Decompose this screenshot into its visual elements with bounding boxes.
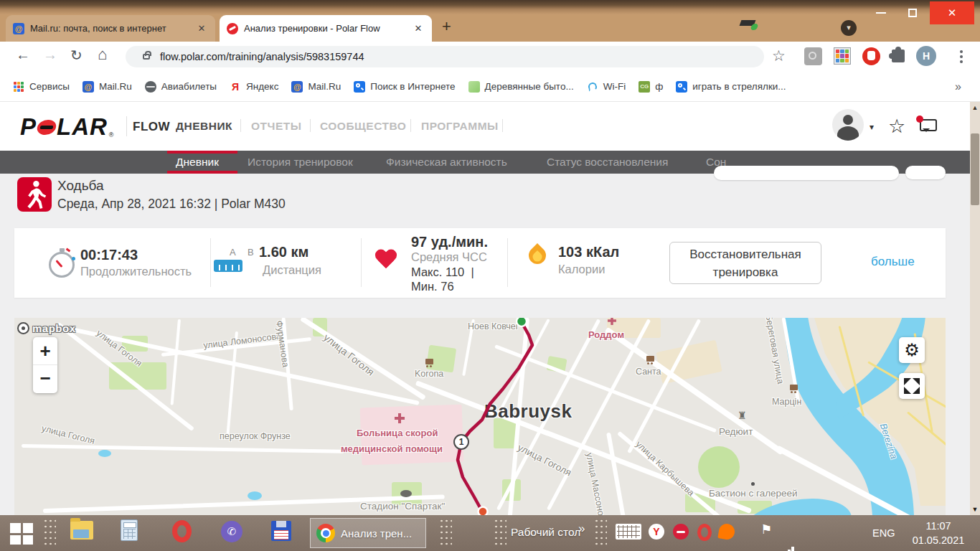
bookmark-services[interactable]: Сервисы <box>13 81 70 93</box>
point-a-label: A <box>230 247 236 258</box>
close-tab-icon[interactable]: ✕ <box>412 23 425 34</box>
training-route <box>14 318 946 515</box>
duration-label: Продолжительность <box>80 265 192 278</box>
active-task-chrome[interactable]: Анализ трен... <box>310 518 426 548</box>
touch-keyboard-icon[interactable] <box>616 524 641 540</box>
time: 11:07 <box>910 519 967 533</box>
desktop-toolbar-label[interactable]: Рабочий стол <box>511 526 580 539</box>
network-signal-icon[interactable] <box>781 545 796 551</box>
address-bar[interactable]: flow.polar.com/training/analysis/5983159… <box>126 46 764 67</box>
polar-favicon-icon <box>227 23 238 34</box>
notifications-icon[interactable] <box>920 119 937 131</box>
globe-icon <box>145 81 156 93</box>
back-icon[interactable]: ← <box>16 47 30 63</box>
search-button[interactable] <box>905 166 946 179</box>
nav-programs[interactable]: ПРОГРАММЫ <box>421 120 499 133</box>
subnav-training-history[interactable]: История тренировок <box>248 156 353 169</box>
calories-label: Калории <box>558 263 605 276</box>
subnav-diary[interactable]: Дневник <box>176 156 219 169</box>
bookmark-mailru-2[interactable]: @ Mail.Ru <box>291 81 341 93</box>
reload-icon[interactable]: ↻ <box>70 47 83 64</box>
new-tab-button[interactable]: + <box>442 17 451 36</box>
file-explorer-icon[interactable] <box>70 521 93 540</box>
page-scrollbar[interactable]: ▲ ▼ <box>970 102 980 515</box>
polar-header: P LAR ® FLOW ДНЕВНИК ОТЧЕТЫ СООБЩЕСТВО П… <box>0 102 980 151</box>
route-map[interactable]: ♜ улица Гоголя улица Ломоносова Фурманов… <box>14 318 946 515</box>
extension-icon[interactable] <box>804 47 822 65</box>
favorites-star-icon[interactable]: ☆ <box>888 115 905 138</box>
adblock-icon[interactable] <box>862 47 880 65</box>
screen: @ Mail.ru: почта, поиск в интернет ✕ Ана… <box>0 0 980 551</box>
user-avatar[interactable] <box>832 109 864 141</box>
close-window-button[interactable]: ✕ <box>930 1 974 24</box>
map-settings-button[interactable]: ⚙ <box>899 337 925 363</box>
yandex-tray-icon[interactable]: Y <box>649 524 664 540</box>
browser-menu-icon[interactable] <box>960 50 963 53</box>
calculator-icon[interactable] <box>121 519 138 541</box>
mapbox-logo[interactable]: mapbox <box>17 322 76 334</box>
summary-card: 00:17:43 Продолжительность A B 1.60 км Д… <box>14 228 946 298</box>
subnav-recovery-status[interactable]: Статус восстановления <box>547 156 668 169</box>
training-benefit-badge: Восстановительная тренировка <box>669 242 821 284</box>
bookmark-star-icon[interactable]: ☆ <box>772 47 786 65</box>
scroll-down-icon[interactable]: ▼ <box>970 506 980 513</box>
home-icon[interactable]: ⌂ <box>98 45 107 64</box>
viber-icon[interactable]: ✆ <box>221 521 242 542</box>
bookmark-cg[interactable]: CG ф <box>639 81 663 93</box>
extension-grid-icon[interactable] <box>834 47 851 65</box>
nav-reports[interactable]: ОТЧЕТЫ <box>251 120 301 133</box>
opera-icon[interactable] <box>172 520 192 542</box>
education-tray-icon[interactable] <box>740 20 756 26</box>
profile-avatar[interactable]: H <box>916 46 936 66</box>
forward-icon[interactable]: → <box>43 47 57 63</box>
date: 01.05.2021 <box>910 533 967 547</box>
scroll-up-icon[interactable]: ▲ <box>970 104 980 111</box>
zoom-in-button[interactable]: + <box>33 337 57 365</box>
extensions-puzzle-icon[interactable] <box>892 50 905 62</box>
subnav-physical-activity[interactable]: Физическая активность <box>386 156 507 169</box>
route-end-marker <box>479 507 488 516</box>
zoom-out-button[interactable]: − <box>33 365 57 391</box>
clock[interactable]: 11:07 01.05.2021 <box>910 519 967 547</box>
bookmarks-overflow-icon[interactable]: » <box>955 80 961 93</box>
maximize-button[interactable] <box>898 1 927 24</box>
flag-tray-icon[interactable]: ⚑ <box>760 522 772 537</box>
yandex-icon: Я <box>230 81 241 93</box>
calories-value: 103 кКал <box>558 244 619 260</box>
polar-logo[interactable]: P LAR ® <box>20 113 114 141</box>
bookmark-avia[interactable]: Авиабилеты <box>145 81 217 93</box>
taskbar-grip <box>439 518 452 548</box>
active-tab-indicator <box>167 151 237 154</box>
polar-tray-icon[interactable] <box>673 524 689 540</box>
search-box[interactable] <box>714 166 899 180</box>
tab-mailru[interactable]: @ Mail.ru: почта, поиск в интернет ✕ <box>6 15 215 42</box>
more-link[interactable]: больше <box>871 255 915 269</box>
km-marker: 1 <box>453 434 469 450</box>
url-text[interactable]: flow.polar.com/training/analysis/5983159… <box>160 51 364 62</box>
start-button[interactable] <box>10 523 33 545</box>
fullscreen-button[interactable] <box>899 373 925 399</box>
bookmark-mailru[interactable]: @ Mail.Ru <box>83 81 132 93</box>
bookmark-wooden[interactable]: Деревянные быто... <box>468 81 574 93</box>
scrollbar-thumb[interactable] <box>971 133 979 205</box>
opera-tray-icon[interactable] <box>697 524 712 541</box>
minimize-button[interactable] <box>867 1 895 24</box>
bookmark-search[interactable]: Поиск в Интернете <box>354 81 455 93</box>
nav-community[interactable]: СООБЩЕСТВО <box>320 120 406 133</box>
tab-search-icon[interactable]: ▾ <box>841 20 857 36</box>
avatar-caret-icon[interactable]: ▾ <box>870 122 874 132</box>
bookmark-shooter-games[interactable]: играть в стрелялки... <box>676 81 786 93</box>
tab-polar-flow[interactable]: Анализ тренировки - Polar Flow ✕ <box>220 15 432 42</box>
bookmark-wifi[interactable]: Wi-Fi <box>587 81 626 93</box>
bookmark-yandex[interactable]: Я Яндекс <box>230 81 278 93</box>
activity-datetime: Среда, Апр 28, 2021 16:32 | Polar M430 <box>57 197 286 212</box>
language-indicator[interactable]: ENG <box>872 527 895 539</box>
heart-icon <box>374 250 397 270</box>
save-notes-icon[interactable] <box>271 521 291 541</box>
taskbar-grip <box>43 518 56 548</box>
close-tab-icon[interactable]: ✕ <box>195 23 208 34</box>
nav-diary[interactable]: ДНЕВНИК <box>176 120 232 133</box>
max-hr: Макс. 110 | <box>411 265 474 279</box>
taskbar-overflow-icon[interactable]: » <box>578 522 585 536</box>
lock-icon <box>143 54 150 60</box>
